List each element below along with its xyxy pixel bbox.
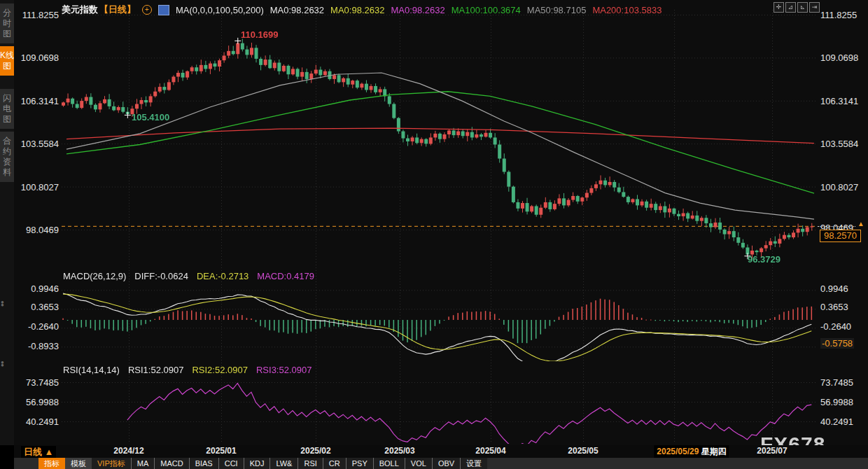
macd-value: MACD:0.4179 [257,271,314,281]
rsi1-value: RSI1:52.0907 [128,365,184,375]
ma200-value: MA200:103.5833 [592,5,662,15]
rsi3-value: RSI3:52.0907 [256,365,312,375]
toolbar-button-obv[interactable]: OBV [432,458,460,469]
price-axis-label: 106.3141 [820,96,858,106]
last-price-badge: 98.2570 [820,230,861,242]
price-up-arrow-icon: ▲ [858,220,864,227]
toolbar-tab-templates[interactable]: 模板 [65,458,92,469]
high-annotation: 110.1699 [241,29,279,40]
toolbar-button-cci[interactable]: CCI [218,458,244,469]
rsi-axis-label: 56.9988 [820,397,853,407]
period-selector[interactable]: 日线 ▲ [21,446,56,458]
add-indicator-icon[interactable]: + [142,5,152,15]
ma50-value: MA50:98.7105 [527,5,587,15]
macd-axis-label: -0.8933 [14,341,59,351]
toolbar-button-bias[interactable]: BIAS [189,458,218,469]
chart-type-icon[interactable] [158,5,169,15]
macd-axis-label: -0.2640 [820,321,851,332]
chart-legend: 美元指数 【日线】 + MA(0,0,0,100,50,200) MA0:98.… [62,4,662,16]
date-label: 2025/04 [475,446,505,456]
rsi-axis-label: 40.2491 [14,416,59,427]
sidebar-tab-flash-chart[interactable]: 闪电图 [0,89,14,129]
rsi-axis-label: 73.7485 [820,377,853,388]
rsi-axis-label: 73.7485 [14,377,59,388]
toolbar-button-cr[interactable]: CR [323,458,346,469]
macd-axis-label: 0.9946 [820,284,848,294]
ma100-value: MA100:100.3674 [451,5,521,15]
date-axis: 日线 ▲ 2024/12 2025/01 2025/02 2025/03 202… [14,445,868,458]
date-label: 2025/07 [757,446,787,456]
price-axis-label: 103.5584 [820,139,858,149]
toolbar-button-lw[interactable]: LW& [270,458,298,469]
price-chart-canvas[interactable] [62,10,818,445]
date-label: 2024/12 [113,446,144,456]
macd-diff-value: DIFF:-0.0624 [134,271,188,281]
rsi-title: RSI(14,14,14) [63,365,120,375]
price-axis-label: 100.8027 [14,182,59,192]
toolbar-button-macd[interactable]: MACD [154,458,188,469]
left-sidebar: 分时图 K线图 闪电图 合约资料 ●● ●● [0,0,14,445]
toolbar-button-rsi[interactable]: RSI [298,458,322,469]
ma0-value-2: MA0:98.2632 [330,5,384,15]
chart-tools: ✛ ⊿ ⊾ ⇥ [774,2,820,13]
macd-current-label: -0.5758 [820,338,854,349]
sidebar-tab-candle-chart[interactable]: K线图 [0,46,14,76]
macd-axis-label: 0.3653 [820,302,848,312]
axis-scale-icon[interactable]: ⊿ [785,2,796,13]
period-tag: 【日线】 [99,4,136,16]
date-label: 2025/02 [300,446,330,456]
date-label: 2025/03 [384,446,414,456]
rsi-header: RSI(14,14,14) RSI1:52.0907 RSI2:52.0907 … [63,365,312,375]
macd-axis-label: 0.9946 [14,284,59,294]
price-axis-label: 100.8027 [820,182,858,192]
toolbar-button-vip[interactable]: VIP指标 [92,458,131,469]
toolbar-tab-indicators[interactable]: 指标 [38,458,65,469]
macd-header: MACD(26,12,9) DIFF:-0.0624 DEA:-0.2713 M… [63,271,314,281]
price-axis-label: 109.0698 [14,52,59,63]
collapse-panel-icon[interactable]: ⇥ [809,2,820,13]
price-axis-label: 109.0698 [820,52,858,63]
highlighted-date: 2025/05/29 星期四 [654,445,729,458]
corner-cell [0,445,14,469]
price-axis-label: 106.3141 [14,96,59,106]
macd-title: MACD(26,12,9) [63,271,126,281]
toolbar-spacer [14,458,38,469]
price-axis-label: 111.8255 [14,10,59,20]
toolbar-button-ma[interactable]: MA [131,458,155,469]
sidebar-tab-contract-info[interactable]: 合约资料 [0,132,14,182]
rsi-axis-label: 56.9988 [14,397,59,407]
crosshair-icon[interactable]: ✛ [774,2,784,13]
rsi-panel-handle-icon[interactable]: ●● [1,361,6,367]
date-label: 2025/05 [568,446,598,456]
ma0-value-1: MA0:98.2632 [270,5,324,15]
highlighted-weekday: 星期四 [701,447,727,456]
toolbar-button-settings[interactable]: 设置 [460,458,487,469]
indicator-toolbar: 指标 模板 VIP指标 MA MACD BIAS CCI KDJ LW& RSI… [14,458,868,469]
toolbar-button-psy[interactable]: PSY [346,458,373,469]
price-axis-label: 98.0469 [14,225,59,235]
low-annotation-2: 96.3729 [748,254,780,265]
sidebar-tab-time-chart[interactable]: 分时图 [0,4,14,43]
axis-shift-icon[interactable]: ⊾ [797,2,808,13]
low-annotation-1: 105.4100 [132,112,169,122]
macd-axis-label: -0.2640 [14,321,59,332]
ma0-value-3: MA0:98.2632 [391,5,444,15]
rsi2-value: RSI2:52.0907 [192,365,248,375]
ma-params: MA(0,0,0,100,50,200) [176,5,264,15]
symbol-name: 美元指数 [62,4,98,16]
toolbar-button-vol[interactable]: VOL [405,458,432,469]
toolbar-button-boll[interactable]: BOLL [373,458,405,469]
macd-panel-handle-icon[interactable]: ●● [1,301,6,307]
highlighted-date-value: 2025/05/29 [657,447,699,456]
price-line-dots [818,226,855,227]
date-label: 2025/01 [206,446,236,456]
price-axis-label: 111.8255 [820,10,857,20]
macd-axis-label: 0.3653 [14,302,59,312]
toolbar-button-kdj[interactable]: KDJ [244,458,270,469]
rsi-axis-label: 40.2491 [820,416,853,427]
macd-dea-value: DEA:-0.2713 [197,271,248,281]
price-axis-label: 103.5584 [14,139,59,149]
chart-application: 分时图 K线图 闪电图 合约资料 ●● ●● 美元指数 【日线】 + MA(0,… [0,0,868,469]
